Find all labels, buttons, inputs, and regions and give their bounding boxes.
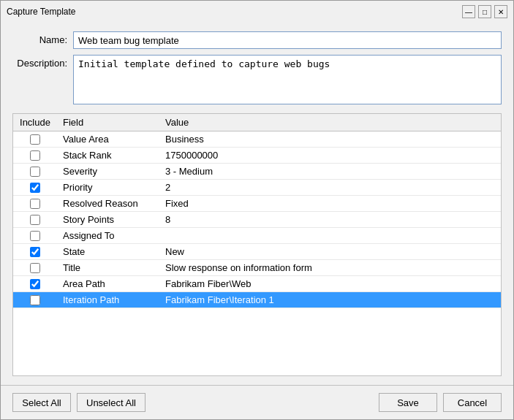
include-checkbox[interactable] (30, 183, 40, 193)
include-checkbox[interactable] (30, 231, 40, 241)
checkbox-cell (13, 212, 57, 228)
value-cell: Business (159, 131, 501, 148)
value-cell: New (159, 244, 501, 260)
name-label: Name: (12, 31, 67, 45)
col-header-value: Value (159, 114, 501, 131)
include-checkbox[interactable] (30, 150, 40, 161)
include-checkbox[interactable] (30, 134, 40, 145)
table-row[interactable]: Story Points8 (13, 212, 501, 228)
field-cell: Value Area (57, 131, 159, 148)
include-checkbox[interactable] (30, 199, 40, 209)
table-row[interactable]: Area PathFabrikam Fiber\Web (13, 276, 501, 292)
description-row: Description: (12, 55, 502, 104)
value-cell: 8 (159, 212, 501, 228)
title-bar-controls: — □ ✕ (462, 5, 507, 18)
value-cell: Fabrikam Fiber\Web (159, 276, 501, 292)
checkbox-cell (13, 244, 57, 260)
checkbox-cell (13, 260, 57, 276)
field-cell: Assigned To (57, 228, 159, 244)
table-row[interactable]: Iteration PathFabrikam Fiber\Iteration 1 (13, 292, 501, 308)
table-row[interactable]: Priority2 (13, 180, 501, 196)
checkbox-cell (13, 164, 57, 180)
name-row: Name: (12, 31, 502, 49)
checkbox-cell (13, 276, 57, 292)
checkbox-cell (13, 131, 57, 148)
include-checkbox[interactable] (30, 167, 40, 177)
unselect-all-button[interactable]: Unselect All (77, 393, 145, 412)
footer: Select All Unselect All Save Cancel (1, 385, 513, 419)
name-input[interactable] (73, 31, 502, 49)
value-cell: 2 (159, 180, 501, 196)
window-content: Name: Description: Include Field Value V… (1, 23, 513, 385)
value-cell (159, 228, 501, 244)
field-cell: Iteration Path (57, 292, 159, 308)
save-button[interactable]: Save (379, 393, 437, 412)
select-all-button[interactable]: Select All (12, 393, 71, 412)
fields-table-container: Include Field Value Value AreaBusinessSt… (12, 113, 502, 376)
maximize-button[interactable]: □ (478, 5, 491, 18)
value-cell: Slow response on information form (159, 260, 501, 276)
field-cell: Title (57, 260, 159, 276)
table-body: Value AreaBusinessStack Rank1750000000Se… (13, 131, 501, 308)
footer-right: Save Cancel (379, 393, 502, 412)
include-checkbox[interactable] (30, 279, 40, 289)
col-header-include: Include (13, 114, 57, 131)
field-cell: Severity (57, 164, 159, 180)
checkbox-cell (13, 196, 57, 212)
value-cell: Fixed (159, 196, 501, 212)
title-bar: Capture Template — □ ✕ (1, 1, 513, 23)
close-button[interactable]: ✕ (494, 5, 507, 18)
fields-table: Include Field Value Value AreaBusinessSt… (13, 114, 501, 308)
description-input[interactable] (73, 55, 502, 104)
table-row[interactable]: Resolved ReasonFixed (13, 196, 501, 212)
field-cell: Priority (57, 180, 159, 196)
value-cell: 1750000000 (159, 148, 501, 164)
cancel-button[interactable]: Cancel (443, 393, 502, 412)
checkbox-cell (13, 228, 57, 244)
footer-left: Select All Unselect All (12, 393, 145, 412)
table-row[interactable]: Severity3 - Medium (13, 164, 501, 180)
checkbox-cell (13, 180, 57, 196)
field-cell: Story Points (57, 212, 159, 228)
minimize-button[interactable]: — (462, 5, 475, 18)
table-row[interactable]: StateNew (13, 244, 501, 260)
value-cell: Fabrikam Fiber\Iteration 1 (159, 292, 501, 308)
include-checkbox[interactable] (30, 295, 40, 305)
capture-template-window: Capture Template — □ ✕ Name: Description… (0, 0, 514, 420)
field-cell: Area Path (57, 276, 159, 292)
field-cell: Resolved Reason (57, 196, 159, 212)
table-row[interactable]: Stack Rank1750000000 (13, 148, 501, 164)
window-title: Capture Template (7, 7, 76, 17)
include-checkbox[interactable] (30, 247, 40, 257)
table-row[interactable]: Assigned To (13, 228, 501, 244)
field-cell: Stack Rank (57, 148, 159, 164)
table-row[interactable]: Value AreaBusiness (13, 131, 501, 148)
include-checkbox[interactable] (30, 263, 40, 273)
field-cell: State (57, 244, 159, 260)
description-label: Description: (12, 55, 67, 69)
checkbox-cell (13, 148, 57, 164)
col-header-field: Field (57, 114, 159, 131)
table-row[interactable]: TitleSlow response on information form (13, 260, 501, 276)
table-header-row: Include Field Value (13, 114, 501, 131)
value-cell: 3 - Medium (159, 164, 501, 180)
checkbox-cell (13, 292, 57, 308)
include-checkbox[interactable] (30, 215, 40, 225)
